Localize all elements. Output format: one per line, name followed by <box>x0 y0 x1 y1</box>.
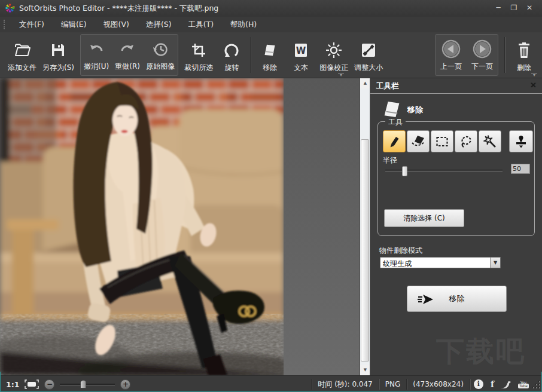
magic-wand-tool-button[interactable] <box>479 130 501 152</box>
image-canvas[interactable] <box>0 78 360 375</box>
eraser-dashed-icon <box>410 134 426 149</box>
toolbar-label: 下一页 <box>471 62 493 72</box>
marker-icon <box>387 134 401 149</box>
zoom-in-button[interactable]: + <box>120 379 130 390</box>
toolbar-label: 裁切所选 <box>184 63 213 73</box>
redo-button[interactable]: 重做(R) <box>112 35 143 75</box>
radius-label: 半径 <box>383 155 397 166</box>
eraser-selection-tool-button[interactable] <box>407 130 430 152</box>
toolbar-label: 移除 <box>263 63 277 73</box>
youtube-label-top: You <box>518 381 529 384</box>
zoom-slider[interactable] <box>60 384 115 385</box>
magic-wand-icon <box>483 134 497 149</box>
text-doc-icon: W <box>294 39 308 62</box>
rotate-icon <box>223 39 240 62</box>
panel-close-icon[interactable]: ✕ <box>530 81 537 90</box>
tools-group: 工具 半径 清除选择 (C) <box>377 121 535 236</box>
zoom-ratio-button[interactable]: 1:1 <box>6 380 19 389</box>
combobox-dropdown-icon[interactable]: ▼ <box>490 258 500 268</box>
lasso-selection-tool-button[interactable] <box>455 130 477 152</box>
toolbar-label: 另存为(S) <box>42 63 74 73</box>
scroll-up-icon[interactable]: ▲ <box>360 78 370 88</box>
app-logo-icon <box>5 3 15 13</box>
vertical-scrollbar[interactable]: ▲ ▼ <box>360 78 370 375</box>
facebook-icon[interactable]: f <box>491 379 494 389</box>
clone-stamp-tool-button[interactable] <box>509 130 533 152</box>
toolbar-label: 文本 <box>294 63 308 73</box>
redo-icon <box>119 38 136 60</box>
clear-selection-button[interactable]: 清除选择 (C) <box>384 209 464 227</box>
crop-selection-button[interactable]: 裁切所选 <box>181 33 216 76</box>
removal-mode-combobox[interactable]: 纹理生成 ▼ <box>380 257 501 268</box>
toolbar-overflow-icon[interactable]: ▾ <box>531 73 537 78</box>
menu-select[interactable]: 选择(S) <box>138 17 180 32</box>
resize-button[interactable]: 调整大小 <box>351 33 386 76</box>
undo-redo-group: 撤消(U) 重做(R) 原始图像 <box>80 34 178 76</box>
toolbar-label: 图像校正 <box>319 63 348 73</box>
scrollbar-thumb[interactable] <box>361 139 369 362</box>
maximize-button[interactable]: ❐ <box>507 2 520 13</box>
info-icon[interactable]: i <box>474 379 483 389</box>
fit-to-screen-icon[interactable] <box>25 379 39 389</box>
rect-selection-tool-button[interactable] <box>431 130 453 152</box>
youtube-icon[interactable]: You Tube <box>518 381 529 388</box>
prev-page-button[interactable]: 上一页 <box>436 35 467 75</box>
stamp-icon <box>514 134 528 149</box>
trash-icon <box>517 39 531 62</box>
tool-panel: 工具栏 ✕ 移除 工具 <box>370 78 542 375</box>
menu-bar: 文件(F) 编辑(E) 视图(V) 选择(S) 工具(T) 帮助(H) <box>0 17 542 32</box>
image-correction-button[interactable]: 图像校正 <box>316 33 351 76</box>
menu-tools[interactable]: 工具(T) <box>180 17 222 32</box>
toolbar-label: 删除 <box>517 63 531 73</box>
remove-tool-button[interactable]: 移除 <box>254 33 285 76</box>
close-button[interactable]: ✕ <box>523 2 536 13</box>
window-title: SoftOrbits Photo Editor - ****未注册版**** -… <box>19 0 218 17</box>
rect-selection-icon <box>435 134 449 149</box>
status-format: PNG <box>379 380 407 388</box>
apply-remove-label: 移除 <box>407 293 506 304</box>
apply-remove-button[interactable]: 移除 <box>407 286 507 312</box>
zoom-slider-handle[interactable] <box>80 380 86 388</box>
add-file-button[interactable]: 添加文件 <box>5 33 39 76</box>
zoom-out-button[interactable]: − <box>44 379 54 390</box>
brightness-icon <box>325 39 342 62</box>
save-icon <box>50 39 66 62</box>
resize-icon <box>361 39 376 62</box>
svg-text:W: W <box>296 45 306 56</box>
photo-woman-on-sofa <box>0 78 284 375</box>
radius-value-input[interactable] <box>511 164 530 174</box>
minimize-button[interactable]: ─ <box>492 2 505 13</box>
toolbar-overflow-icon[interactable]: ▾ <box>338 73 344 78</box>
removal-mode-value: 纹理生成 <box>383 259 412 269</box>
toolbar-label: 原始图像 <box>146 62 175 72</box>
rotate-button[interactable]: 旋转 <box>216 33 247 76</box>
save-as-button[interactable]: 另存为(S) <box>39 33 77 76</box>
tool-panel-header: 工具栏 ✕ <box>370 78 542 94</box>
status-dimensions: (473x608x24) <box>407 380 470 388</box>
scroll-down-icon[interactable]: ▼ <box>360 365 370 375</box>
text-tool-button[interactable]: W 文本 <box>285 33 316 76</box>
menu-view[interactable]: 视图(V) <box>95 17 138 32</box>
menu-edit[interactable]: 编辑(E) <box>53 17 95 32</box>
toolbar-label: 重做(R) <box>115 62 140 72</box>
radius-slider-handle[interactable] <box>402 166 407 176</box>
menu-help[interactable]: 帮助(H) <box>222 17 265 32</box>
watermark-text: 下载吧 <box>436 333 526 370</box>
delete-button[interactable]: 删除 <box>508 33 540 76</box>
next-page-button[interactable]: 下一页 <box>467 35 498 75</box>
menu-file[interactable]: 文件(F) <box>11 17 53 32</box>
twitter-icon[interactable] <box>501 380 511 389</box>
toolbar-label: 旋转 <box>224 63 239 73</box>
radius-slider[interactable] <box>385 170 503 172</box>
toolbar-label: 调整大小 <box>354 63 383 73</box>
marker-tool-button[interactable] <box>383 130 406 152</box>
zoom-controls: 1:1 − + <box>6 376 130 392</box>
resize-grip[interactable] <box>535 379 541 389</box>
page-nav-group: 上一页 下一页 <box>435 34 498 76</box>
toolbar-label: 撤消(U) <box>84 62 109 72</box>
undo-button[interactable]: 撤消(U) <box>81 35 112 75</box>
history-icon <box>152 38 169 60</box>
tool-panel-title: 工具栏 <box>376 81 399 91</box>
original-image-button[interactable]: 原始图像 <box>143 35 178 75</box>
toolbar-separator <box>250 37 251 73</box>
